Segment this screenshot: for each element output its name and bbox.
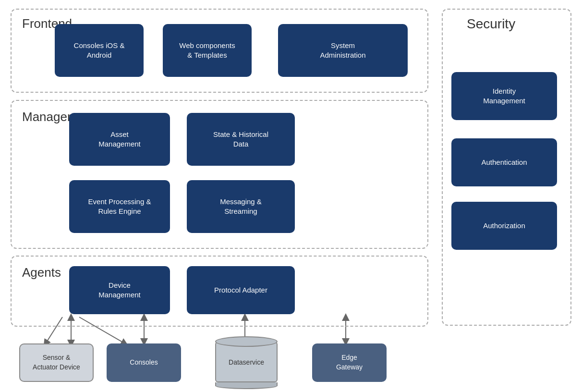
state-historical-card[interactable]: State & HistoricalData (187, 113, 295, 166)
messaging-streaming-card[interactable]: Messaging &Streaming (187, 180, 295, 233)
agents-label: Agents (22, 265, 61, 280)
event-processing-card[interactable]: Event Processing &Rules Engine (69, 180, 170, 233)
consoles-ios-card[interactable]: Consoles iOS & Android (55, 24, 144, 77)
manager-label: Manager (22, 110, 72, 124)
frontend-box: Frontend Consoles iOS & Android Web comp… (11, 9, 428, 93)
edge-gateway-box: EdgeGateway (312, 343, 387, 382)
security-label: Security (467, 16, 515, 32)
system-admin-card[interactable]: SystemAdministration (278, 24, 408, 77)
protocol-adapter-card[interactable]: Protocol Adapter (187, 266, 295, 314)
security-box: Security IdentityManagement Authenticati… (442, 9, 571, 326)
identity-management-card[interactable]: IdentityManagement (451, 72, 557, 120)
manager-box: Manager AssetManagement State & Historic… (11, 100, 428, 249)
dataservice-cylinder: Dataservice (215, 336, 278, 389)
consoles-ext-box: Consoles (107, 343, 181, 382)
diagram-container: Frontend Consoles iOS & Android Web comp… (0, 0, 582, 392)
web-components-card[interactable]: Web components& Templates (163, 24, 252, 77)
sensor-actuator-box: Sensor &Actuator Device (19, 343, 94, 382)
authentication-card[interactable]: Authentication (451, 138, 557, 186)
device-management-card[interactable]: DeviceManagement (69, 266, 170, 314)
agents-box: Agents DeviceManagement Protocol Adapter (11, 256, 428, 327)
authorization-card[interactable]: Authorization (451, 202, 557, 250)
asset-management-card[interactable]: AssetManagement (69, 113, 170, 166)
